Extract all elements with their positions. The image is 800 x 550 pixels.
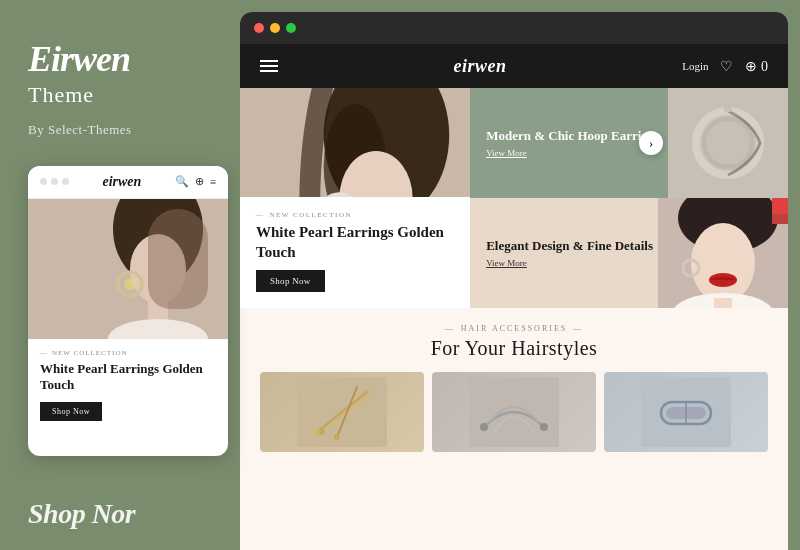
brand-subtitle: Theme bbox=[28, 82, 212, 108]
mobile-header: eirwen 🔍 ⊕ ≡ bbox=[28, 166, 228, 199]
hero-right-bottom-panel: Elegant Design & Fine Details View More bbox=[470, 198, 788, 308]
hero-right-bottom-text: Elegant Design & Fine Details View More bbox=[470, 222, 669, 285]
hair-products-grid bbox=[260, 372, 768, 538]
hair-pin-2 bbox=[432, 372, 596, 452]
hair-pin-3 bbox=[604, 372, 768, 452]
mobile-new-collection-label: NEW COLLECTION bbox=[40, 349, 216, 357]
browser-dot-maximize[interactable] bbox=[286, 23, 296, 33]
mobile-dot-3 bbox=[62, 178, 69, 185]
mobile-dot-2 bbox=[51, 178, 58, 185]
mobile-header-icons: 🔍 ⊕ ≡ bbox=[175, 175, 216, 188]
svg-point-32 bbox=[334, 434, 340, 440]
hair-accessories-section: HAIR ACCESSORIES For Your Hairstyles bbox=[240, 308, 788, 550]
svg-point-30 bbox=[319, 429, 325, 435]
cart-icon[interactable]: ⊕ 0 bbox=[745, 58, 768, 75]
site-content: eirwen Login ♡ ⊕ 0 bbox=[240, 44, 788, 550]
header-actions: Login ♡ ⊕ 0 bbox=[682, 58, 768, 75]
mobile-search-icon: 🔍 bbox=[175, 175, 189, 188]
woman-red-lips-image bbox=[658, 198, 788, 308]
hair-section-label: HAIR ACCESSORIES bbox=[260, 324, 768, 333]
svg-rect-25 bbox=[714, 298, 732, 308]
browser-dot-close[interactable] bbox=[254, 23, 264, 33]
svg-point-34 bbox=[480, 423, 488, 431]
hair-product-card-2[interactable] bbox=[432, 372, 596, 452]
wishlist-icon[interactable]: ♡ bbox=[720, 58, 733, 75]
hair-product-card-3[interactable] bbox=[604, 372, 768, 452]
hamburger-line-3 bbox=[260, 70, 278, 72]
hero-new-collection-label: NEW COLLECTION bbox=[256, 211, 454, 219]
red-badge-top bbox=[772, 198, 788, 214]
site-header: eirwen Login ♡ ⊕ 0 bbox=[240, 44, 788, 88]
mobile-product-title: White Pearl Earrings Golden Touch bbox=[40, 361, 216, 395]
hamburger-line-2 bbox=[260, 65, 278, 67]
mobile-window-dots bbox=[40, 178, 69, 185]
site-logo: eirwen bbox=[454, 56, 507, 77]
mobile-cart-icon: ⊕ bbox=[195, 175, 204, 188]
svg-point-35 bbox=[540, 423, 548, 431]
svg-point-6 bbox=[124, 278, 136, 290]
shop-nor-text: Shop Nor bbox=[28, 498, 135, 530]
svg-point-21 bbox=[691, 223, 755, 303]
login-link[interactable]: Login bbox=[682, 60, 708, 72]
hoop-earrings-title: Modern & Chic Hoop Earrings bbox=[486, 128, 660, 145]
mobile-woman-silhouette bbox=[28, 199, 228, 339]
hero-right-panels: Modern & Chic Hoop Earrings View More › bbox=[470, 88, 788, 308]
elegant-design-title: Elegant Design & Fine Details bbox=[486, 238, 653, 255]
hair-section-title: For Your Hairstyles bbox=[260, 337, 768, 360]
hero-left-panel: NEW COLLECTION White Pearl Earrings Gold… bbox=[240, 88, 470, 308]
by-text: By Select-Themes bbox=[28, 122, 212, 138]
left-panel: Eirwen Theme By Select-Themes eirwen 🔍 ⊕… bbox=[0, 0, 240, 550]
red-badge-bottom bbox=[772, 214, 788, 224]
browser-dot-minimize[interactable] bbox=[270, 23, 280, 33]
svg-rect-15 bbox=[668, 88, 788, 198]
hamburger-menu[interactable] bbox=[260, 60, 278, 72]
hero-section: NEW COLLECTION White Pearl Earrings Gold… bbox=[240, 88, 788, 308]
hero-overlay: NEW COLLECTION White Pearl Earrings Gold… bbox=[240, 197, 470, 308]
mobile-hero-image bbox=[28, 199, 228, 339]
svg-rect-18 bbox=[724, 106, 732, 112]
mobile-dot-1 bbox=[40, 178, 47, 185]
hair-pin-1 bbox=[260, 372, 424, 452]
hoop-earring-image bbox=[668, 88, 788, 198]
browser-chrome bbox=[240, 12, 788, 44]
mobile-text-block: NEW COLLECTION White Pearl Earrings Gold… bbox=[28, 339, 228, 432]
mobile-preview-card: eirwen 🔍 ⊕ ≡ bbox=[28, 166, 228, 456]
hero-right-top-panel: Modern & Chic Hoop Earrings View More › bbox=[470, 88, 788, 198]
hamburger-line-1 bbox=[260, 60, 278, 62]
hair-product-card-1[interactable] bbox=[260, 372, 424, 452]
hoop-view-more-link[interactable]: View More bbox=[486, 148, 660, 158]
hero-product-title: White Pearl Earrings Golden Touch bbox=[256, 223, 454, 262]
hero-shop-now-button[interactable]: Shop Now bbox=[256, 270, 325, 292]
brand-name: Eirwen bbox=[28, 40, 212, 80]
mobile-shop-now-button[interactable]: Shop Now bbox=[40, 402, 102, 421]
mobile-menu-icon: ≡ bbox=[210, 176, 216, 188]
mobile-logo: eirwen bbox=[102, 174, 141, 190]
browser-preview: eirwen Login ♡ ⊕ 0 bbox=[240, 12, 788, 550]
hero-next-arrow[interactable]: › bbox=[639, 131, 663, 155]
elegant-view-more-link[interactable]: View More bbox=[486, 258, 653, 268]
